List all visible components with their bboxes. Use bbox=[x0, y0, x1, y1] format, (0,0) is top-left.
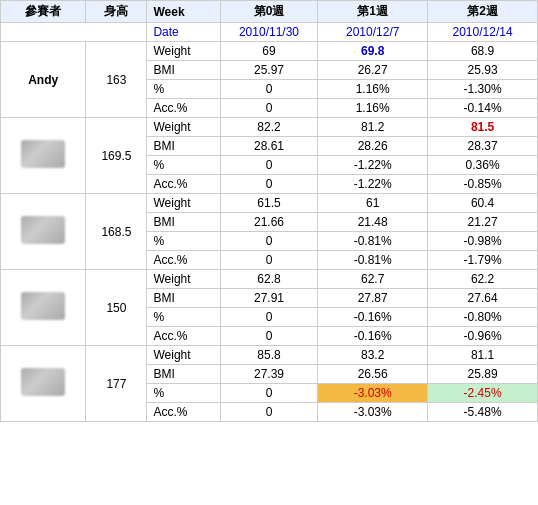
date-week0: 2010/11/30 bbox=[220, 23, 318, 42]
cell-1-acc-w1: -1.22% bbox=[318, 175, 428, 194]
cell-4-pct-w1: -3.03% bbox=[318, 384, 428, 403]
cell-4-acc-w1: -3.03% bbox=[318, 403, 428, 422]
cell-0-pct-w0: 0 bbox=[220, 80, 318, 99]
metric-label-2-pct: % bbox=[147, 232, 220, 251]
col-week0-header: 第0週 bbox=[220, 1, 318, 23]
cell-2-acc-w1: -0.81% bbox=[318, 251, 428, 270]
cell-0-weight-w2: 68.9 bbox=[428, 42, 538, 61]
participant-cell-2 bbox=[1, 194, 86, 270]
participant-cell-3 bbox=[1, 270, 86, 346]
cell-1-pct-w2: 0.36% bbox=[428, 156, 538, 175]
cell-1-pct-w0: 0 bbox=[220, 156, 318, 175]
metric-label-2-acc: Acc.% bbox=[147, 251, 220, 270]
avatar bbox=[21, 292, 65, 320]
cell-1-bmi-w0: 28.61 bbox=[220, 137, 318, 156]
table-row: 168.5Weight61.56160.4 bbox=[1, 194, 538, 213]
cell-2-weight-w1: 61 bbox=[318, 194, 428, 213]
metric-label-0-bmi: BMI bbox=[147, 61, 220, 80]
col-week-header: Week bbox=[147, 1, 220, 23]
col-week1-header: 第1週 bbox=[318, 1, 428, 23]
cell-3-acc-w2: -0.96% bbox=[428, 327, 538, 346]
date-row: Date 2010/11/30 2010/12/7 2010/12/14 bbox=[1, 23, 538, 42]
table-row: 169.5Weight82.281.281.5 bbox=[1, 118, 538, 137]
cell-0-pct-w1: 1.16% bbox=[318, 80, 428, 99]
height-cell-1: 169.5 bbox=[86, 118, 147, 194]
height-cell-3: 150 bbox=[86, 270, 147, 346]
cell-4-acc-w0: 0 bbox=[220, 403, 318, 422]
cell-2-weight-w0: 61.5 bbox=[220, 194, 318, 213]
metric-label-3-pct: % bbox=[147, 308, 220, 327]
cell-4-bmi-w2: 25.89 bbox=[428, 365, 538, 384]
date-label-cell bbox=[1, 23, 147, 42]
metric-label-0-weight: Weight bbox=[147, 42, 220, 61]
cell-2-bmi-w2: 21.27 bbox=[428, 213, 538, 232]
height-cell-0: 163 bbox=[86, 42, 147, 118]
metric-label-4-bmi: BMI bbox=[147, 365, 220, 384]
cell-3-bmi-w2: 27.64 bbox=[428, 289, 538, 308]
participant-cell-1 bbox=[1, 118, 86, 194]
cell-0-weight-w0: 69 bbox=[220, 42, 318, 61]
cell-2-bmi-w1: 21.48 bbox=[318, 213, 428, 232]
metric-label-1-pct: % bbox=[147, 156, 220, 175]
col-week2-header: 第2週 bbox=[428, 1, 538, 23]
height-cell-4: 177 bbox=[86, 346, 147, 422]
table-row: Andy163Weight6969.868.9 bbox=[1, 42, 538, 61]
metric-label-0-acc: Acc.% bbox=[147, 99, 220, 118]
cell-1-bmi-w1: 28.26 bbox=[318, 137, 428, 156]
cell-1-bmi-w2: 28.37 bbox=[428, 137, 538, 156]
date-week1: 2010/12/7 bbox=[318, 23, 428, 42]
cell-2-acc-w0: 0 bbox=[220, 251, 318, 270]
participant-cell-0: Andy bbox=[1, 42, 86, 118]
metric-label-4-pct: % bbox=[147, 384, 220, 403]
cell-1-weight-w0: 82.2 bbox=[220, 118, 318, 137]
cell-1-acc-w2: -0.85% bbox=[428, 175, 538, 194]
cell-3-acc-w0: 0 bbox=[220, 327, 318, 346]
date-label: Date bbox=[147, 23, 220, 42]
cell-4-bmi-w1: 26.56 bbox=[318, 365, 428, 384]
metric-label-4-weight: Weight bbox=[147, 346, 220, 365]
cell-4-bmi-w0: 27.39 bbox=[220, 365, 318, 384]
height-cell-2: 168.5 bbox=[86, 194, 147, 270]
cell-4-weight-w0: 85.8 bbox=[220, 346, 318, 365]
cell-2-pct-w2: -0.98% bbox=[428, 232, 538, 251]
cell-4-acc-w2: -5.48% bbox=[428, 403, 538, 422]
header-row: 參賽者 身高 Week 第0週 第1週 第2週 bbox=[1, 1, 538, 23]
cell-1-acc-w0: 0 bbox=[220, 175, 318, 194]
avatar bbox=[21, 368, 65, 396]
cell-2-pct-w0: 0 bbox=[220, 232, 318, 251]
col-height-header: 身高 bbox=[86, 1, 147, 23]
metric-label-3-acc: Acc.% bbox=[147, 327, 220, 346]
cell-4-weight-w1: 83.2 bbox=[318, 346, 428, 365]
cell-0-acc-w2: -0.14% bbox=[428, 99, 538, 118]
cell-4-pct-w2: -2.45% bbox=[428, 384, 538, 403]
cell-2-bmi-w0: 21.66 bbox=[220, 213, 318, 232]
metric-label-1-weight: Weight bbox=[147, 118, 220, 137]
metric-label-3-bmi: BMI bbox=[147, 289, 220, 308]
cell-3-weight-w0: 62.8 bbox=[220, 270, 318, 289]
cell-3-bmi-w0: 27.91 bbox=[220, 289, 318, 308]
metric-label-2-weight: Weight bbox=[147, 194, 220, 213]
metric-label-0-pct: % bbox=[147, 80, 220, 99]
cell-2-acc-w2: -1.79% bbox=[428, 251, 538, 270]
cell-0-bmi-w2: 25.93 bbox=[428, 61, 538, 80]
cell-3-weight-w1: 62.7 bbox=[318, 270, 428, 289]
main-table: 參賽者 身高 Week 第0週 第1週 第2週 Date 2010/11/30 … bbox=[0, 0, 538, 422]
table-row: 177Weight85.883.281.1 bbox=[1, 346, 538, 365]
metric-label-4-acc: Acc.% bbox=[147, 403, 220, 422]
cell-3-pct-w0: 0 bbox=[220, 308, 318, 327]
cell-0-bmi-w0: 25.97 bbox=[220, 61, 318, 80]
cell-4-pct-w0: 0 bbox=[220, 384, 318, 403]
metric-label-1-acc: Acc.% bbox=[147, 175, 220, 194]
cell-0-acc-w1: 1.16% bbox=[318, 99, 428, 118]
cell-3-bmi-w1: 27.87 bbox=[318, 289, 428, 308]
avatar bbox=[21, 216, 65, 244]
metric-label-1-bmi: BMI bbox=[147, 137, 220, 156]
cell-2-weight-w2: 60.4 bbox=[428, 194, 538, 213]
cell-3-weight-w2: 62.2 bbox=[428, 270, 538, 289]
participant-cell-4 bbox=[1, 346, 86, 422]
cell-4-weight-w2: 81.1 bbox=[428, 346, 538, 365]
cell-3-acc-w1: -0.16% bbox=[318, 327, 428, 346]
avatar bbox=[21, 140, 65, 168]
date-week2: 2010/12/14 bbox=[428, 23, 538, 42]
cell-0-bmi-w1: 26.27 bbox=[318, 61, 428, 80]
